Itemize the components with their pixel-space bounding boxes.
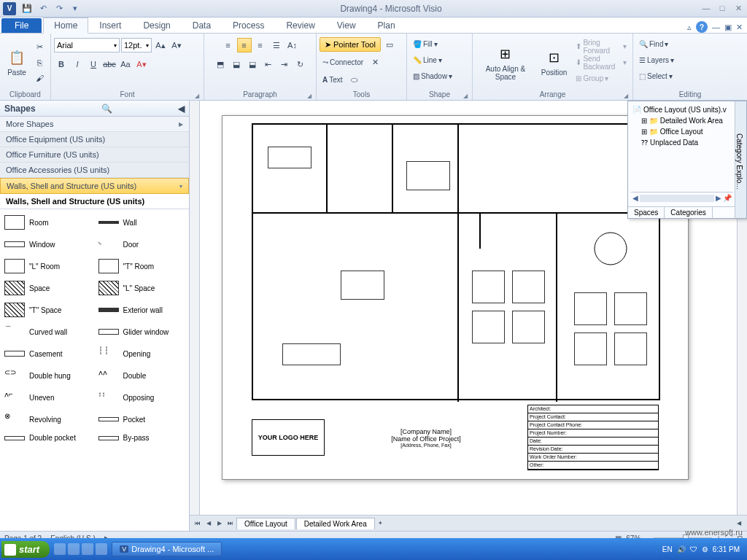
shape-l-space[interactable]: "L" Space	[97, 278, 187, 298]
strike-button[interactable]: abc	[102, 57, 117, 71]
paste-button[interactable]: 📋 Paste	[3, 47, 31, 78]
send-backward-button[interactable]: ⬇Send Backward ▾	[573, 55, 630, 70]
shape-double-pocket[interactable]: Double pocket	[3, 431, 93, 445]
ql-icon-1[interactable]	[54, 543, 66, 555]
stencil-furniture[interactable]: Office Furniture (US units)	[0, 147, 189, 163]
format-painter-icon[interactable]: 🖌	[32, 71, 47, 85]
catexp-pin-icon[interactable]: 📌	[723, 194, 732, 202]
shape-l-room[interactable]: "L" Room	[3, 256, 93, 276]
arrange-dialog-icon[interactable]: ◢	[624, 93, 628, 99]
help-icon[interactable]: ?	[696, 21, 708, 33]
shape-door[interactable]: ◟Door	[97, 234, 187, 254]
hscroll-left-icon[interactable]: ◀	[734, 518, 744, 529]
shape-t-space[interactable]: "T" Space	[3, 300, 93, 320]
tray-icon-1[interactable]: 🔊	[677, 545, 686, 553]
ql-icon-2[interactable]	[68, 543, 80, 555]
shape-opposing[interactable]: ↕↕Opposing	[97, 387, 187, 408]
shape-glider-window[interactable]: Glider window	[97, 322, 187, 342]
indent-inc-icon[interactable]: ⇥	[277, 57, 292, 71]
italic-button[interactable]: I	[70, 57, 85, 71]
doc-restore-icon[interactable]: ▣	[724, 23, 732, 32]
stencil-walls[interactable]: Walls, Shell and Structure (US units)▾	[0, 178, 189, 194]
maximize-icon[interactable]: □	[716, 4, 728, 13]
font-size-select[interactable]: 12pt.▾	[121, 38, 152, 52]
align-center-icon[interactable]: ≡	[237, 38, 252, 52]
underline-button[interactable]: U	[86, 57, 101, 71]
line-button[interactable]: 📏Line ▾	[410, 52, 445, 67]
tab-review[interactable]: Review	[275, 18, 325, 33]
bring-forward-button[interactable]: ⬆Bring Forward ▾	[573, 39, 630, 54]
doc-close-icon[interactable]: ✕	[736, 23, 743, 32]
find-button[interactable]: 🔍Find ▾	[636, 36, 671, 51]
more-shapes[interactable]: More Shapes▶	[0, 117, 189, 132]
rotate-text-icon[interactable]: ↻	[293, 57, 308, 71]
shape-space[interactable]: Space	[3, 278, 93, 298]
freeform-icon[interactable]: ✕	[368, 55, 382, 69]
tab-view[interactable]: View	[326, 18, 367, 33]
nav-prev-icon[interactable]: ◀	[204, 518, 214, 529]
file-tab[interactable]: File	[1, 18, 42, 33]
redo-icon[interactable]: ↷	[53, 2, 66, 15]
align-middle-icon[interactable]: ⬓	[229, 57, 244, 71]
shape-wall[interactable]: Wall	[97, 212, 187, 233]
taskbar-app-button[interactable]: VDrawing4 - Microsoft ...	[112, 542, 222, 556]
stencil-equipment[interactable]: Office Equipment (US units)	[0, 132, 189, 147]
shape-opening[interactable]: ┆ ┆Opening	[97, 343, 187, 364]
align-right-icon[interactable]: ≡	[253, 38, 268, 52]
autoalign-button[interactable]: ⊞Auto Align & Space	[476, 43, 535, 82]
catexp-scroll-left-icon[interactable]: ◀	[632, 194, 638, 202]
font-color-button[interactable]: A▾	[134, 57, 149, 71]
nav-first-icon[interactable]: ⏮	[193, 518, 203, 529]
ql-icon-3[interactable]	[82, 543, 93, 555]
shape-exterior-wall[interactable]: Exterior wall	[97, 300, 187, 320]
tray-lang[interactable]: EN	[662, 545, 673, 553]
shadow-button[interactable]: ▧Shadow ▾	[410, 69, 455, 83]
catexp-tab-categories[interactable]: Categories	[665, 207, 712, 218]
close-icon[interactable]: ✕	[732, 4, 744, 13]
grow-font-icon[interactable]: A▴	[153, 38, 168, 52]
tray-icon-2[interactable]: 🛡	[690, 545, 697, 553]
group-button[interactable]: ⊞Group ▾	[573, 71, 630, 86]
cut-icon[interactable]: ✂	[32, 40, 47, 55]
tab-process[interactable]: Process	[222, 18, 275, 33]
tab-home[interactable]: Home	[43, 18, 88, 34]
ql-icon-4[interactable]	[96, 543, 107, 555]
font-dialog-icon[interactable]: ◢	[195, 93, 199, 99]
shape-dialog-icon[interactable]: ◢	[463, 93, 468, 99]
tab-plan[interactable]: Plan	[367, 18, 406, 33]
pointer-tool-button[interactable]: ➤Pointer Tool	[320, 37, 381, 52]
fill-button[interactable]: 🪣Fill ▾	[410, 36, 441, 51]
position-button[interactable]: ⊡Position	[537, 47, 572, 78]
stencil-accessories[interactable]: Office Accessories (US units)	[0, 163, 189, 178]
nav-last-icon[interactable]: ⏭	[225, 518, 236, 529]
ribbon-minimize-icon[interactable]: ▵	[687, 23, 692, 32]
undo-icon[interactable]: ↶	[36, 2, 50, 15]
start-button[interactable]: start	[1, 541, 50, 558]
minimize-icon[interactable]: —	[700, 4, 712, 13]
connector-button[interactable]: ⤳Connector	[320, 55, 366, 69]
tray-clock[interactable]: 6:31 PM	[713, 545, 740, 553]
case-button[interactable]: Aa	[118, 57, 133, 71]
align-bottom-icon[interactable]: ⬓	[245, 57, 260, 71]
para-dialog-icon[interactable]: ◢	[307, 93, 311, 99]
save-icon[interactable]: 💾	[20, 2, 34, 15]
shapes-collapse-icon[interactable]: ◀	[178, 104, 185, 114]
font-family-select[interactable]: Arial▾	[54, 38, 120, 52]
shape-pocket[interactable]: Pocket	[97, 409, 187, 429]
shape-uneven[interactable]: ᴧ⌐Uneven	[3, 387, 93, 408]
text-tool-button[interactable]: AText	[320, 72, 346, 87]
shape-double-hung[interactable]: ⊂⊃Double hung	[3, 365, 93, 386]
select-button[interactable]: ⬚Select ▾	[636, 69, 676, 83]
catexp-tab-spaces[interactable]: Spaces	[628, 207, 665, 218]
nav-next-icon[interactable]: ▶	[214, 518, 225, 529]
ellipse-icon[interactable]: ⬭	[347, 72, 362, 87]
tab-data[interactable]: Data	[182, 18, 222, 33]
shape-double[interactable]: ᴧᴧDouble	[97, 365, 187, 386]
shape-room[interactable]: Room	[3, 212, 93, 233]
shape-revolving[interactable]: ⊗Revolving	[3, 409, 93, 429]
shape-bypass[interactable]: By-pass	[97, 431, 187, 445]
tray-icon-3[interactable]: ⚙	[702, 545, 708, 553]
page-tab-1[interactable]: Office Layout	[236, 518, 295, 529]
layers-button[interactable]: ☰Layers ▾	[636, 52, 677, 67]
catexp-scroll-right-icon[interactable]: ▶	[716, 194, 721, 202]
